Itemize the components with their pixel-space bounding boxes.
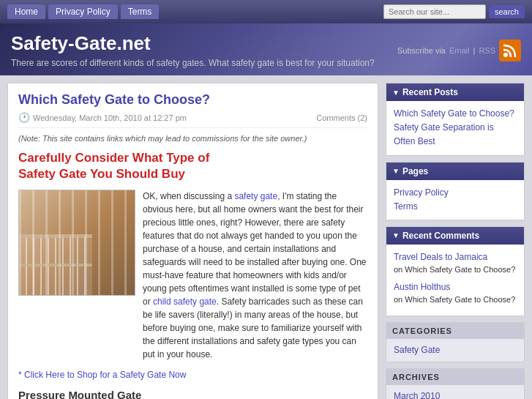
site-title: Safety-Gate.net xyxy=(11,32,397,55)
search-input[interactable] xyxy=(383,4,486,19)
post-image xyxy=(18,190,135,296)
recent-posts-label: Recent Posts xyxy=(402,87,458,97)
comment-1-author[interactable]: Travel Deals to Jamaica xyxy=(394,250,517,264)
recent-posts-widget: ▼ Recent Posts Which Safety Gate to Choo… xyxy=(386,83,525,156)
archives-header: ARCHIVES xyxy=(386,369,524,385)
main-column: Which Safety Gate to Choose? 🕐 Wednesday… xyxy=(7,83,378,399)
site-tagline: There are scores of different kinds of s… xyxy=(11,58,397,68)
sidebar: ▼ Recent Posts Which Safety Gate to Choo… xyxy=(386,83,525,399)
post-date: Wednesday, March 10th, 2010 at 12:27 pm xyxy=(33,113,187,122)
archive-march-2010[interactable]: March 2010 xyxy=(394,389,517,399)
page-terms[interactable]: Terms xyxy=(394,200,517,214)
header-left: Safety-Gate.net There are scores of diff… xyxy=(11,32,397,68)
post-heading-line1: Carefully Consider What Type of xyxy=(18,151,209,165)
svg-rect-14 xyxy=(19,264,92,266)
recent-posts-header: ▼ Recent Posts xyxy=(386,83,524,101)
pages-body: Privacy Policy Terms xyxy=(386,180,524,220)
arrow-icon2: ▼ xyxy=(392,167,400,175)
search-bar: search xyxy=(383,4,525,19)
category-safety-gate[interactable]: Safety Gate xyxy=(394,343,517,357)
comment-2-author[interactable]: Austin Holthus xyxy=(394,280,517,294)
archives-widget: ARCHIVES March 2010 February 2010 xyxy=(386,368,525,399)
recent-post-1[interactable]: Which Safety Gate to Choose? xyxy=(394,107,517,121)
pages-widget: ▼ Pages Privacy Policy Terms xyxy=(386,162,525,220)
recent-post-2[interactable]: Safety Gate Separation is Often Best xyxy=(394,121,517,149)
rss-link[interactable]: RSS xyxy=(479,46,495,55)
nav-privacy-policy[interactable]: Privacy Policy xyxy=(48,4,118,19)
post-note: (Note: This site contains links which ma… xyxy=(18,134,367,143)
pages-header: ▼ Pages xyxy=(386,163,524,180)
top-navigation: Home Privacy Policy Terms search xyxy=(0,0,532,23)
email-link[interactable]: Email xyxy=(449,46,470,55)
rss-icon xyxy=(499,40,521,61)
pages-label: Pages xyxy=(402,166,428,176)
categories-body: Safety Gate xyxy=(386,339,524,362)
clock-icon: 🕐 xyxy=(18,112,30,123)
content-area: Which Safety Gate to Choose? 🕐 Wednesday… xyxy=(0,75,532,399)
shop-link[interactable]: * Click Here to Shop for a Safety Gate N… xyxy=(18,370,367,380)
recent-comments-body: Travel Deals to Jamaica on Which Safety … xyxy=(386,245,524,316)
nav-home[interactable]: Home xyxy=(7,4,45,19)
recent-posts-body: Which Safety Gate to Choose? Safety Gate… xyxy=(386,101,524,155)
archives-body: March 2010 February 2010 xyxy=(386,385,524,399)
safety-gate-link1[interactable]: safety gate xyxy=(234,191,277,201)
recent-comments-header: ▼ Recent Comments xyxy=(386,227,524,245)
svg-point-0 xyxy=(503,53,508,57)
post-meta: 🕐 Wednesday, March 10th, 2010 at 12:27 p… xyxy=(18,112,367,128)
post-content-block: OK, when discussing a safety gate, I'm s… xyxy=(18,190,367,361)
header-right: Subscribe via Email | RSS xyxy=(397,40,521,61)
post-heading-line2: Safety Gate You Should Buy xyxy=(18,167,185,181)
svg-rect-3 xyxy=(19,234,92,296)
arrow-icon3: ▼ xyxy=(392,231,400,239)
svg-rect-2 xyxy=(19,190,135,296)
post-body-text: OK, when discussing a safety gate, I'm s… xyxy=(143,190,367,361)
subscribe-text: Subscribe via xyxy=(397,46,446,55)
comment-2: Austin Holthus on Which Safety Gate to C… xyxy=(394,280,517,306)
child-safety-gate-link[interactable]: child safety gate xyxy=(153,297,217,307)
post-title: Which Safety Gate to Choose? xyxy=(18,92,367,108)
svg-rect-13 xyxy=(19,234,92,238)
arrow-icon: ▼ xyxy=(392,89,400,97)
site-header: Safety-Gate.net There are scores of diff… xyxy=(0,23,532,75)
categories-widget: CATEGORIES Safety Gate xyxy=(386,322,525,362)
svg-rect-1 xyxy=(19,190,135,296)
subscribe-line: Subscribe via Email | RSS xyxy=(397,40,521,61)
post-meta-left: 🕐 Wednesday, March 10th, 2010 at 12:27 p… xyxy=(18,112,187,123)
page-privacy[interactable]: Privacy Policy xyxy=(394,186,517,200)
section2-title: Pressure Mounted Gate xyxy=(18,389,367,399)
comment-1: Travel Deals to Jamaica on Which Safety … xyxy=(394,250,517,276)
nav-terms[interactable]: Terms xyxy=(121,4,160,19)
search-button[interactable]: search xyxy=(489,5,525,18)
recent-comments-label: Recent Comments xyxy=(402,231,479,241)
post-comments[interactable]: Comments (2) xyxy=(316,113,367,122)
categories-header: CATEGORIES xyxy=(386,323,524,339)
recent-comments-widget: ▼ Recent Comments Travel Deals to Jamaic… xyxy=(386,226,525,316)
post-title-link[interactable]: Which Safety Gate to Choose? xyxy=(18,92,210,107)
post-heading: Carefully Consider What Type of Safety G… xyxy=(18,150,367,182)
